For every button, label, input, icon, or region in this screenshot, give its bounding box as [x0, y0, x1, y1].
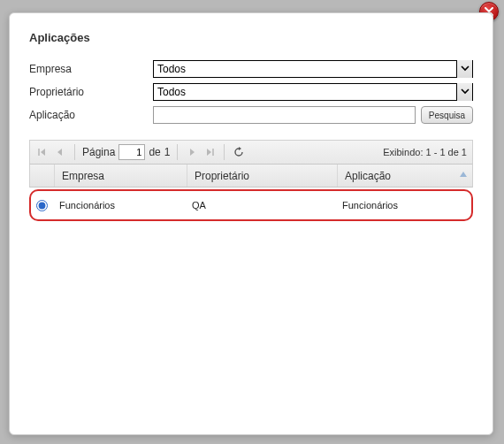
search-button-label: Pesquisa [429, 111, 465, 120]
display-info: Exibindo: 1 - 1 de 1 [383, 147, 467, 157]
column-select [30, 165, 55, 187]
column-empresa[interactable]: Empresa [55, 165, 187, 187]
form-row-empresa: Empresa Todos [29, 60, 473, 78]
column-proprietario-label: Proprietário [195, 170, 249, 182]
cell-empresa: Funcionários [52, 200, 185, 211]
dialog: Aplicações Empresa Todos Proprietário To… [9, 12, 493, 435]
column-aplicacao-label: Aplicação [345, 170, 391, 182]
grid-header: Empresa Proprietário Aplicação [29, 165, 473, 188]
sort-asc-icon [460, 172, 467, 177]
toolbar-separator [224, 144, 225, 160]
dialog-title: Aplicações [29, 31, 473, 44]
total-pages: 1 [164, 146, 171, 158]
proprietario-select-value: Todos [157, 86, 186, 98]
refresh-icon[interactable] [232, 145, 246, 159]
column-empresa-label: Empresa [62, 170, 104, 182]
chevron-down-icon [456, 83, 472, 101]
pagination-toolbar: Página de 1 Exibindo: 1 - 1 de 1 [29, 140, 473, 165]
page-input[interactable] [118, 144, 145, 160]
chevron-down-icon [456, 60, 472, 78]
form-row-proprietario: Proprietário Todos [29, 83, 473, 101]
table-row[interactable]: Funcionários QA Funcionários [29, 189, 473, 221]
empresa-select[interactable]: Todos [153, 60, 473, 78]
form-row-aplicacao: Aplicação Pesquisa [29, 106, 473, 124]
cell-aplicacao: Funcionários [335, 200, 471, 211]
filter-form: Empresa Todos Proprietário Todos [29, 60, 473, 124]
grid-body: Funcionários QA Funcionários [29, 189, 473, 423]
column-aplicacao[interactable]: Aplicação [338, 165, 472, 187]
proprietario-select[interactable]: Todos [153, 83, 473, 101]
proprietario-label: Proprietário [29, 86, 153, 98]
empresa-label: Empresa [29, 63, 153, 75]
toolbar-separator [74, 144, 75, 160]
first-page-icon[interactable] [35, 145, 50, 159]
aplicacao-label: Aplicação [29, 109, 153, 121]
search-button[interactable]: Pesquisa [421, 106, 473, 124]
next-page-icon[interactable] [185, 145, 199, 159]
aplicacao-input[interactable] [153, 106, 416, 124]
column-proprietario[interactable]: Proprietário [187, 165, 338, 187]
prev-page-icon[interactable] [53, 145, 67, 159]
last-page-icon[interactable] [202, 145, 217, 159]
toolbar-separator [177, 144, 178, 160]
empresa-select-value: Todos [157, 63, 186, 75]
of-label: de [149, 146, 160, 158]
row-radio[interactable] [36, 200, 48, 211]
page-label: Página [82, 146, 115, 158]
cell-proprietario: QA [185, 200, 335, 211]
